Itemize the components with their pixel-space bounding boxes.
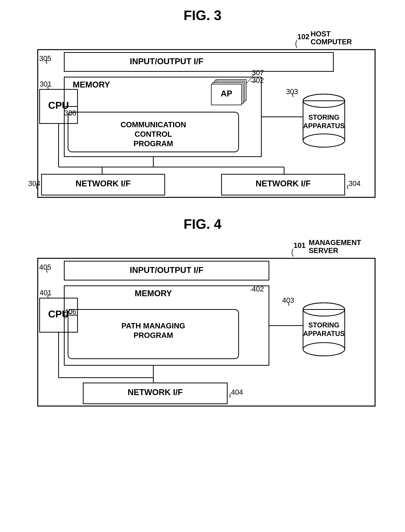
ref-304-left: 304: [28, 180, 40, 187]
mgmt-ref-num: 101: [294, 241, 305, 249]
host-label-line1: HOST: [310, 31, 331, 38]
fig4-title: FIG. 4: [183, 216, 221, 232]
net-if-left-label-fig3: NETWORK I/F: [75, 179, 131, 188]
path-mgr-line1: PATH MANAGING: [121, 322, 185, 330]
net-if-right-label-fig3: NETWORK I/F: [256, 179, 310, 188]
fig3-diagram-wrapper: 102 HOST COMPUTER 305 INPUT/OUTPUT I/F M…: [23, 31, 383, 201]
cylinder-bottom-fig4: [303, 343, 345, 356]
ref-307: 307: [252, 69, 264, 77]
mgmt-label-line2: SERVER: [309, 246, 338, 254]
path-mgr-line2: PROGRAM: [133, 331, 173, 339]
ap-label-fig3: AP: [221, 89, 232, 98]
ref-405: 405: [39, 263, 51, 271]
net-if-label-fig4: NETWORK I/F: [128, 387, 183, 397]
cpu-label-fig4: CPU: [48, 308, 69, 319]
comm-ctrl-line3: PROGRAM: [133, 140, 173, 148]
storing-line2-fig3: APPARATUS: [303, 122, 344, 130]
host-ref-num: 102: [297, 33, 309, 41]
cylinder-bottom-fig3: [303, 134, 345, 147]
io-if-label-fig4: INPUT/OUTPUT I/F: [130, 265, 203, 275]
comm-ctrl-line1: COMMUNICATION: [121, 120, 186, 129]
host-bracket: [296, 40, 297, 48]
ref-401: 401: [40, 289, 52, 297]
ref-402: 402: [252, 285, 264, 293]
comm-ctrl-line2: CONTROL: [135, 130, 172, 138]
io-if-label-fig3: INPUT/OUTPUT I/F: [130, 57, 203, 66]
memory-label-fig3: MEMORY: [73, 80, 110, 89]
fig4-diagram-wrapper: 101 MANAGEMENT SERVER 405 INPUT/OUTPUT I…: [23, 239, 383, 410]
memory-label-fig4: MEMORY: [135, 289, 172, 298]
ref-403: 403: [282, 296, 294, 304]
ref-305: 305: [39, 54, 51, 62]
ref-404: 404: [231, 388, 243, 396]
host-label-line2: COMPUTER: [310, 38, 352, 46]
storing-line1-fig4: STORING: [308, 321, 339, 329]
fig3-svg: 102 HOST COMPUTER 305 INPUT/OUTPUT I/F M…: [23, 31, 383, 201]
storing-line1-fig3: STORING: [308, 113, 339, 121]
fig3-title: FIG. 3: [183, 7, 221, 23]
storing-line2-fig4: APPARATUS: [303, 330, 344, 338]
mgmt-label-line1: MANAGEMENT: [309, 239, 361, 246]
fig4-svg: 101 MANAGEMENT SERVER 405 INPUT/OUTPUT I…: [23, 239, 383, 410]
ref-304-right: 304: [349, 180, 360, 187]
ref-303: 303: [286, 88, 298, 96]
figure-4-section: FIG. 4 101 MANAGEMENT SERVER 405 INPUT/O…: [11, 216, 394, 410]
ref-302: 302: [252, 76, 264, 84]
page-container: FIG. 3 102 HOST COMPUTER 305 INPUT/OUTPU…: [11, 7, 394, 410]
cpu-label-fig3: CPU: [48, 100, 69, 111]
mgmt-bracket: [292, 249, 293, 256]
ref-301: 301: [40, 80, 52, 88]
figure-3-section: FIG. 3 102 HOST COMPUTER 305 INPUT/OUTPU…: [11, 7, 394, 201]
